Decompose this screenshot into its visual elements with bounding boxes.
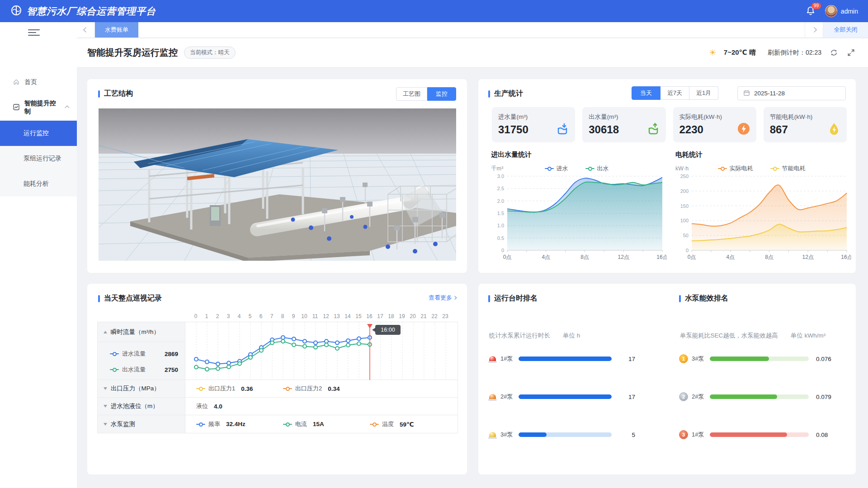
svg-text:2: 2 xyxy=(216,313,219,319)
legend-marker xyxy=(283,387,292,390)
row-label-inlet-level[interactable]: 进水池液位（m） xyxy=(98,398,185,415)
bolt-circle-icon xyxy=(737,122,750,137)
sidebar-collapse-icon[interactable] xyxy=(28,28,40,38)
process-panel-title: 工艺结构 xyxy=(104,89,133,99)
runtime-rank-subtitle: 统计水泵累计运行时长单位 h xyxy=(489,332,580,340)
svg-text:16:00: 16:00 xyxy=(381,327,395,333)
svg-text:8: 8 xyxy=(281,313,284,319)
svg-text:16点: 16点 xyxy=(841,254,851,260)
date-picker[interactable]: 2025-11-28 xyxy=(737,86,846,100)
water-outflow-icon xyxy=(646,122,660,137)
efficiency-bar xyxy=(710,394,809,399)
series-inflow-row[interactable]: 进水流量2869 xyxy=(98,350,185,358)
svg-text:0.5: 0.5 xyxy=(497,235,504,241)
svg-text:18: 18 xyxy=(388,313,394,319)
efficiency-bar xyxy=(710,432,809,437)
svg-text:4点: 4点 xyxy=(726,254,735,260)
series-outflow-row[interactable]: 出水流量2750 xyxy=(98,366,185,374)
range-tab-7days[interactable]: 近7天 xyxy=(660,86,689,100)
water-flow-chart-title: 进出水量统计 xyxy=(491,150,668,159)
production-statistics-panel: 生产统计 当天 近7天 近1月 2025-11-28 进水量(m³) 31750… xyxy=(478,79,856,273)
svg-text:10: 10 xyxy=(301,313,307,319)
bolt-drop-icon xyxy=(827,122,841,137)
sidebar-submenu: 运行监控 泵组运行记录 能耗分析 xyxy=(0,121,77,197)
page-title: 智能提升泵房运行监控 xyxy=(87,47,178,59)
svg-text:2.0: 2.0 xyxy=(497,198,504,204)
power-legend: 实际电耗 节能电耗 xyxy=(718,164,806,173)
svg-text:13: 13 xyxy=(334,313,340,319)
svg-text:0: 0 xyxy=(501,248,504,253)
svg-text:100: 100 xyxy=(680,218,689,223)
water-flow-legend: 进水 出水 xyxy=(545,164,609,173)
efficiency-rank-row: 3 1#泵 0.08 xyxy=(679,429,828,440)
svg-text:150: 150 xyxy=(680,203,689,209)
calendar-icon xyxy=(743,89,750,98)
svg-text:2.5: 2.5 xyxy=(497,186,504,191)
svg-text:0: 0 xyxy=(194,313,198,319)
app-header: 智慧污水厂综合运营管理平台 99 admin xyxy=(0,0,868,22)
svg-text:12: 12 xyxy=(323,313,329,319)
water-flow-area-chart: 00.51.01.52.02.53.00点4点8点12点16点 xyxy=(489,173,667,267)
instant-flow-chart-cell: 16:00 xyxy=(185,322,458,380)
outlet-pressure-values: 出口压力10.36 出口压力20.34 xyxy=(185,380,458,398)
process-diagram-tab[interactable]: 工艺图 xyxy=(396,87,427,101)
efficiency-rank-subtitle: 单泵能耗比SEC越低，水泵能效越高单位 kWh/m³ xyxy=(680,332,826,340)
legend-item-outflow[interactable]: 出水 xyxy=(585,164,609,173)
sidebar-item-pump-run-records[interactable]: 泵组运行记录 xyxy=(0,146,77,171)
tab-water-bill[interactable]: 水费账单 xyxy=(95,22,138,38)
svg-text:8点: 8点 xyxy=(765,254,774,260)
stat-card-outflow: 出水量(m³) 30618 xyxy=(582,107,665,142)
home-icon xyxy=(13,78,20,87)
legend-marker xyxy=(110,352,119,356)
refresh-icon[interactable] xyxy=(829,48,839,58)
collapse-caret-icon xyxy=(104,387,107,390)
collapse-caret-icon xyxy=(104,423,107,426)
sidebar-group-smart-lift-control[interactable]: 智能提升控制 xyxy=(0,97,77,118)
runtime-bar xyxy=(519,432,612,437)
svg-text:20: 20 xyxy=(410,313,416,319)
tabs-scroll-left-button[interactable] xyxy=(77,22,95,38)
process-structure-panel: 工艺结构 工艺图 监控 xyxy=(87,79,467,273)
legend-marker xyxy=(370,422,379,426)
sidebar-item-run-monitoring[interactable]: 运行监控 xyxy=(0,121,77,146)
efficiency-rank-row: 1 3#泵 0.076 xyxy=(679,353,831,364)
pump-station-3d-view xyxy=(99,108,456,261)
row-label-instant-flow[interactable]: 瞬时流量（m³/h） 进水流量2869 出水流量2750 xyxy=(98,322,185,380)
instant-flow-line-chart: 16:00 xyxy=(185,322,458,380)
sidebar-item-home[interactable]: 首页 xyxy=(0,72,77,93)
power-chart-block: 电耗统计 kW·h 实际电耗 节能电耗 0501001502002500点4点8… xyxy=(674,150,853,268)
legend-marker xyxy=(585,167,594,170)
y-axis-unit: kW·h xyxy=(675,165,689,172)
legend-item-actual-power[interactable]: 实际电耗 xyxy=(718,164,753,173)
date-range-tabs: 当天 近7天 近1月 xyxy=(632,86,718,100)
inspection-panel-title: 当天整点巡视记录 xyxy=(104,294,162,303)
efficiency-rank-row: 2 2#泵 0.079 xyxy=(679,391,831,402)
svg-text:50: 50 xyxy=(683,233,689,238)
process-monitor-tab[interactable]: 监控 xyxy=(427,87,456,101)
power-chart-title: 电耗统计 xyxy=(675,150,853,159)
range-tab-today[interactable]: 当天 xyxy=(632,86,660,100)
svg-text:21: 21 xyxy=(420,313,427,319)
page-header: 智能提升泵房运行监控 当前模式：晴天 ☀ 7~20℃ 晴 刷新倒计时：02:23 xyxy=(77,38,868,67)
legend-item-inflow[interactable]: 进水 xyxy=(545,164,568,173)
siren-red-icon xyxy=(488,355,497,363)
power-area-chart: 0501001502002500点4点8点12点16点 xyxy=(674,173,851,267)
notification-bell-icon[interactable]: 99 xyxy=(805,5,817,17)
view-more-link[interactable]: 查看更多 xyxy=(429,294,456,302)
user-menu[interactable]: admin xyxy=(825,5,858,17)
row-label-pump-monitoring[interactable]: 水泵监测 xyxy=(98,415,185,433)
row-label-outlet-pressure[interactable]: 出口压力（MPa） xyxy=(98,380,185,398)
chevron-up-icon xyxy=(65,105,70,110)
sidebar-item-energy-analysis[interactable]: 能耗分析 xyxy=(0,171,77,197)
svg-text:1.5: 1.5 xyxy=(497,211,504,216)
legend-item-saved-power[interactable]: 节能电耗 xyxy=(770,164,806,173)
stat-card-actual-power: 实际电耗(kW·h) 2230 xyxy=(673,107,756,142)
close-all-tabs-button[interactable]: 全部关闭 xyxy=(823,22,868,38)
inflow-current-value: 2869 xyxy=(165,351,178,357)
svg-text:16点: 16点 xyxy=(656,254,667,260)
fullscreen-icon[interactable] xyxy=(846,48,856,58)
title-accent-bar xyxy=(488,295,490,302)
tabs-scroll-right-button[interactable] xyxy=(805,22,823,38)
range-tab-1month[interactable]: 近1月 xyxy=(689,86,718,100)
stat-cards: 进水量(m³) 31750 出水量(m³) 30618 实际电耗(kW·h) 2… xyxy=(492,107,847,142)
